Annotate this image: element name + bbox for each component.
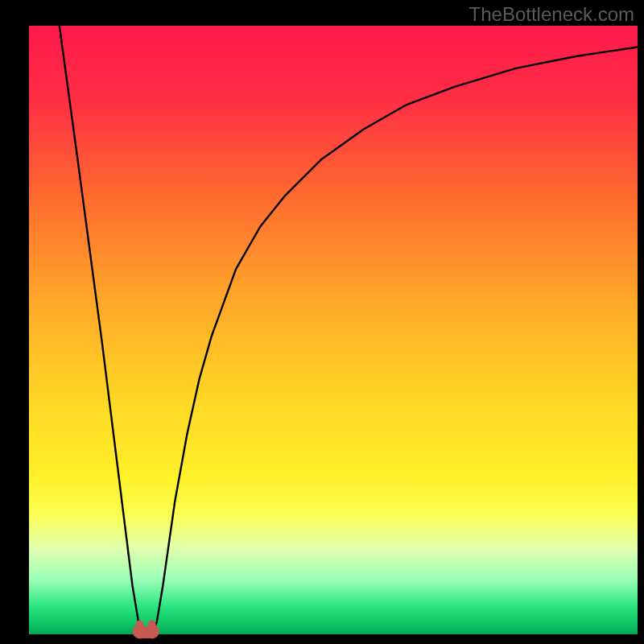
chart-gradient-panel xyxy=(29,26,638,634)
chart-svg xyxy=(0,0,644,644)
svg-point-4 xyxy=(148,620,156,628)
svg-point-2 xyxy=(136,620,144,628)
watermark-text: TheBottleneck.com xyxy=(469,3,634,26)
bottleneck-chart xyxy=(0,0,644,644)
